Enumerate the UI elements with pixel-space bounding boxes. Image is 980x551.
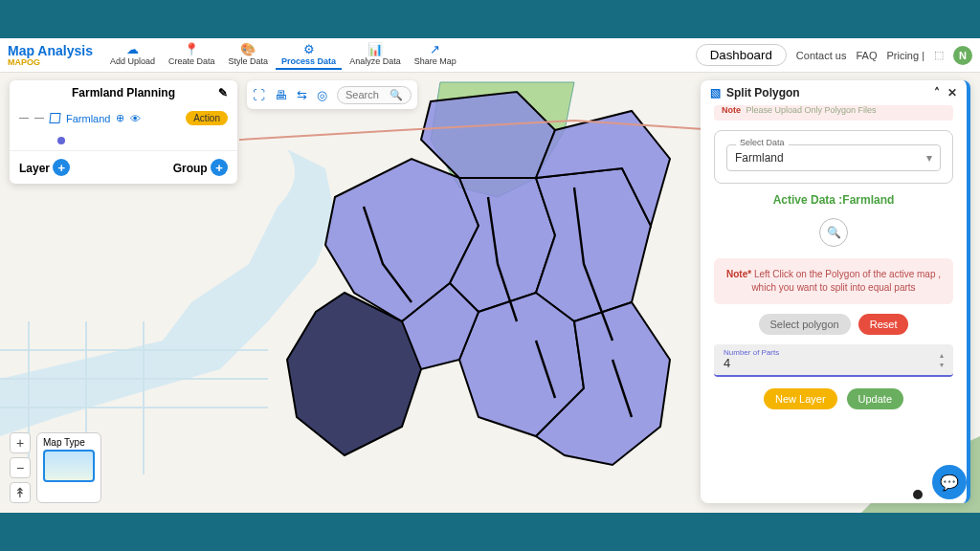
instruction-note: Note* Left Click on the Polygon of the a…	[714, 258, 953, 304]
print-icon[interactable]: 🖶	[275, 88, 287, 102]
select-data-dropdown[interactable]: Farmland ▾	[726, 144, 941, 171]
measure-icon[interactable]: ⇆	[297, 88, 307, 102]
top-toolbar: Map Analysis MAPOG ☁Add Upload 📍Create D…	[0, 38, 980, 73]
chevron-down-icon: ▾	[926, 151, 932, 165]
link-faq[interactable]: FAQ	[856, 50, 877, 61]
add-group[interactable]: Group +	[173, 159, 228, 176]
new-layer-button[interactable]: New Layer	[764, 388, 837, 409]
layer-row[interactable]: Farmland ⊕ 👁 Action	[10, 105, 237, 131]
zoom-in-button[interactable]: +	[10, 432, 31, 453]
action-button[interactable]: Action	[186, 111, 228, 125]
parts-label: Number of Parts	[724, 348, 779, 357]
map-type-controls: + − ↟ Map Type	[10, 432, 101, 503]
reset-button[interactable]: Reset	[858, 314, 909, 335]
select-polygon-button[interactable]: Select polygon	[759, 314, 851, 335]
layer-panel-header: Farmland Planning ✎	[10, 80, 237, 105]
locate-icon[interactable]: ◎	[317, 88, 327, 102]
toolbar-items: ☁Add Upload 📍Create Data 🎨Style Data ⚙Pr…	[104, 40, 462, 70]
drag-handle-icon	[19, 118, 29, 119]
add-layer[interactable]: Layer +	[19, 159, 70, 176]
cloud-upload-icon: ☁	[126, 42, 139, 56]
active-data-text: Active Data :Farmland	[714, 193, 953, 207]
toolbar-process-data[interactable]: ⚙Process Data	[276, 40, 342, 70]
upload-note: Note Please Upload Only Polygon Files	[714, 105, 953, 121]
close-icon[interactable]: ✕	[947, 86, 957, 99]
layer-panel-footer: Layer + Group +	[10, 150, 237, 184]
logo-block: Map Analysis MAPOG	[8, 44, 93, 67]
link-pricing[interactable]: Pricing |	[886, 50, 924, 61]
avatar[interactable]: N	[953, 46, 972, 65]
topbar-right: Dashboard Contact us FAQ Pricing | ⬚ N	[696, 44, 972, 66]
logo-text: Map Analysis	[8, 44, 93, 57]
stepper-down-icon[interactable]: ▾	[940, 361, 944, 369]
select-data-card: Select Data Farmland ▾	[714, 130, 953, 184]
toolbar-create-data[interactable]: 📍Create Data	[163, 40, 221, 70]
dashboard-button[interactable]: Dashboard	[696, 44, 787, 66]
toolbar-share-map[interactable]: ↗Share Map	[409, 40, 462, 70]
update-button[interactable]: Update	[847, 388, 903, 409]
upload-note-text: Please Upload Only Polygon Files	[746, 105, 877, 115]
layer-legend-row	[10, 131, 237, 150]
cube-icon[interactable]: ⬚	[934, 49, 944, 61]
number-of-parts-field[interactable]: Number of Parts 4 ▴ ▾	[714, 344, 953, 377]
stepper-up-icon[interactable]: ▴	[940, 351, 944, 360]
edit-title-icon[interactable]: ✎	[218, 86, 228, 99]
toolbar-style-data[interactable]: 🎨Style Data	[223, 40, 275, 70]
toolbar-analyze-data[interactable]: 📊Analyze Data	[344, 40, 407, 70]
search-input[interactable]: Search 🔍	[337, 86, 412, 104]
gear-icon: ⚙	[303, 42, 315, 56]
reset-north-button[interactable]: ↟	[10, 482, 31, 503]
layer-name: Farmland	[66, 113, 110, 124]
search-icon: 🔍	[390, 89, 403, 101]
zoom-out-button[interactable]: −	[10, 457, 31, 478]
plus-icon: +	[53, 159, 70, 176]
search-placeholder: Search	[345, 89, 379, 100]
maptype-thumbnail	[43, 450, 95, 482]
layer-panel-title: Farmland Planning	[72, 86, 175, 99]
map-tools: ⛶ 🖶 ⇆ ◎ Search 🔍	[247, 80, 417, 109]
split-tool-icon: ▧	[710, 86, 721, 99]
palette-icon: 🎨	[240, 42, 256, 56]
layer-panel: Farmland Planning ✎ Farmland ⊕ 👁 Action …	[10, 80, 237, 184]
parts-value: 4	[724, 357, 779, 369]
split-polygon-panel: ▧ Split Polygon ˄ ✕ Note Please Upload O…	[701, 80, 970, 503]
split-panel-title: Split Polygon	[726, 86, 800, 99]
attribution-icon[interactable]	[913, 490, 923, 499]
toolbar-add-upload[interactable]: ☁Add Upload	[104, 40, 161, 70]
logo-subtext: MAPOG	[8, 57, 93, 67]
fullscreen-icon[interactable]: ⛶	[253, 88, 265, 102]
chat-fab[interactable]: 💬	[932, 465, 967, 499]
link-contact[interactable]: Contact us	[796, 50, 847, 61]
polygon-icon	[49, 113, 60, 123]
collapse-icon[interactable]: ˄	[934, 86, 940, 99]
pin-icon: 📍	[184, 42, 199, 56]
select-data-label: Select Data	[736, 138, 789, 147]
drag-handle-icon	[34, 118, 44, 119]
maptype-card[interactable]: Map Type	[36, 432, 101, 503]
legend-swatch	[57, 137, 65, 144]
plus-icon: +	[211, 159, 228, 176]
share-icon: ↗	[430, 42, 440, 56]
maptype-label: Map Type	[43, 437, 95, 448]
visibility-icon[interactable]: 👁	[130, 113, 141, 124]
zoom-to-active-button[interactable]: 🔍	[819, 218, 848, 247]
zoom-to-icon[interactable]: ⊕	[116, 112, 124, 124]
split-panel-header: ▧ Split Polygon ˄ ✕	[701, 80, 967, 105]
chart-icon: 📊	[368, 42, 383, 56]
